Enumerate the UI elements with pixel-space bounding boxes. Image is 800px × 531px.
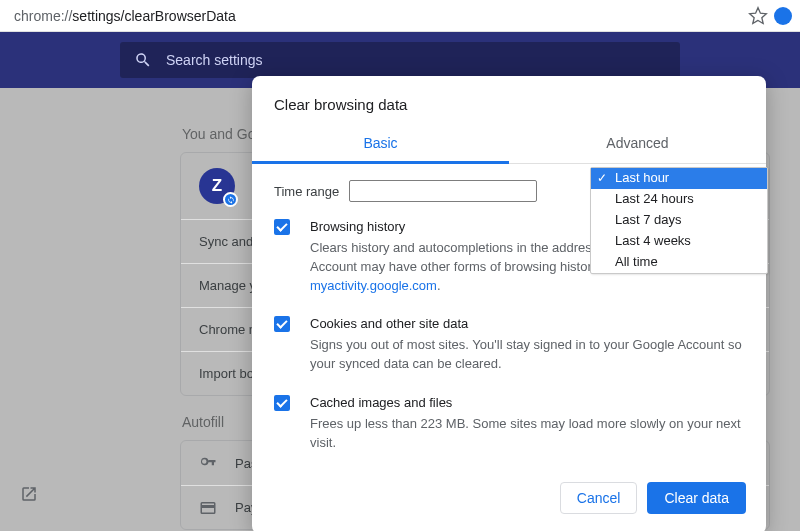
option-desc: Signs you out of most sites. You'll stay… (310, 336, 744, 374)
time-range-select[interactable] (349, 180, 537, 202)
dropdown-option-last-hour[interactable]: Last hour (591, 168, 767, 189)
url-scheme: chrome:// (14, 8, 72, 24)
option-cache: Cached images and files Frees up less th… (274, 394, 744, 453)
avatar: Z (199, 168, 235, 204)
dialog-tabs: Basic Advanced (252, 125, 766, 164)
dialog-title: Clear browsing data (252, 76, 766, 125)
option-desc: Frees up less than 223 MB. Some sites ma… (310, 415, 744, 453)
search-placeholder: Search settings (166, 52, 263, 68)
option-title: Cached images and files (310, 394, 744, 413)
avatar-letter: Z (212, 176, 222, 196)
extension-icon[interactable] (774, 7, 792, 25)
dropdown-option-last-7-days[interactable]: Last 7 days (591, 210, 767, 231)
dialog-actions: Cancel Clear data (252, 472, 766, 531)
search-icon (134, 51, 152, 69)
url-bar[interactable]: chrome://settings/clearBrowserData (0, 0, 800, 32)
card-icon (199, 499, 217, 517)
option-title: Cookies and other site data (310, 315, 744, 334)
dropdown-option-last-24-hours[interactable]: Last 24 hours (591, 189, 767, 210)
option-cookies: Cookies and other site data Signs you ou… (274, 315, 744, 374)
bookmark-star-icon[interactable] (748, 6, 768, 26)
time-range-dropdown[interactable]: Last hour Last 24 hours Last 7 days Last… (590, 167, 768, 274)
clear-data-button[interactable]: Clear data (647, 482, 746, 514)
cancel-button[interactable]: Cancel (560, 482, 638, 514)
checkbox-cache[interactable] (274, 395, 290, 411)
myactivity-link[interactable]: myactivity.google.com (310, 278, 437, 293)
url-path: settings/clearBrowserData (72, 8, 235, 24)
search-settings-input[interactable]: Search settings (120, 42, 680, 78)
checkbox-cookies[interactable] (274, 316, 290, 332)
time-range-label: Time range (274, 184, 339, 199)
sync-badge-icon (223, 192, 238, 207)
key-icon (199, 454, 217, 472)
checkbox-browsing-history[interactable] (274, 219, 290, 235)
clear-browsing-data-dialog: Clear browsing data Basic Advanced Time … (252, 76, 766, 531)
url-text: chrome://settings/clearBrowserData (8, 8, 748, 24)
open-external-icon[interactable] (20, 485, 38, 503)
tab-basic[interactable]: Basic (252, 125, 509, 163)
tab-advanced[interactable]: Advanced (509, 125, 766, 163)
dropdown-option-last-4-weeks[interactable]: Last 4 weeks (591, 231, 767, 252)
dropdown-option-all-time[interactable]: All time (591, 252, 767, 273)
